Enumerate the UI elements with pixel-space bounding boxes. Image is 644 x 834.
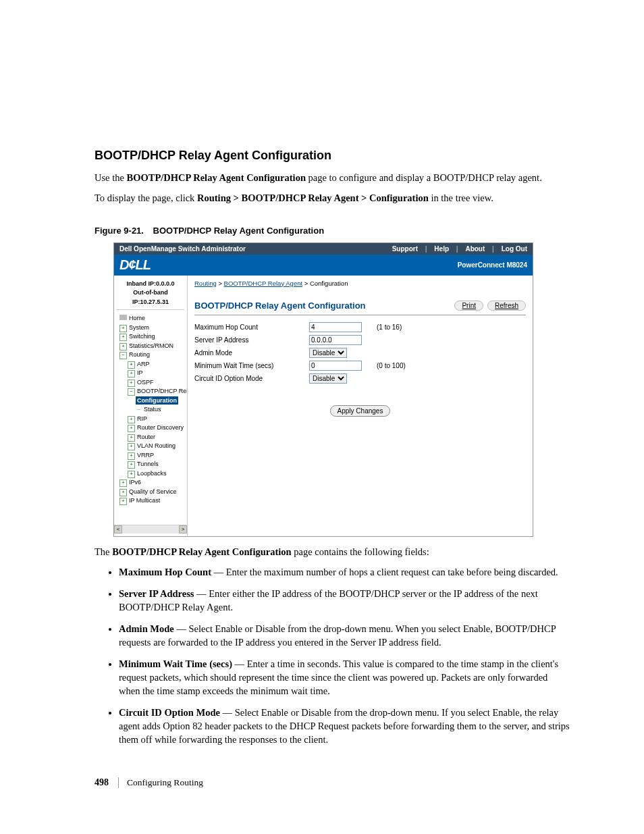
chapter-title: Configuring Routing <box>127 777 203 788</box>
plus-icon[interactable]: + <box>128 361 135 369</box>
field-label: Server IP Address <box>194 336 309 344</box>
tree-vlanrouting[interactable]: +VLAN Routing <box>118 442 187 451</box>
support-link[interactable]: Support <box>392 245 418 253</box>
text: To display the page, click <box>95 192 197 203</box>
logout-link[interactable]: Log Out <box>502 245 527 253</box>
dell-logo: D¢LL <box>119 257 151 273</box>
tree-router[interactable]: +Router <box>118 433 187 442</box>
horizontal-scrollbar[interactable]: < > <box>114 525 187 533</box>
section-heading: BOOTP/DHCP Relay Agent Configuration <box>95 149 570 163</box>
tree-stats[interactable]: +Statistics/RMON <box>118 342 187 351</box>
text-bold: BOOTP/DHCP Relay Agent Configuration <box>127 172 306 183</box>
tree-routing[interactable]: −Routing <box>118 350 187 360</box>
plus-icon[interactable]: + <box>128 380 135 387</box>
tree-rip[interactable]: +RIP <box>118 415 187 424</box>
field-term: Admin Mode <box>119 623 174 634</box>
plus-icon[interactable]: + <box>128 452 135 460</box>
field-term: Circuit ID Option Mode <box>119 707 220 718</box>
scroll-left-icon[interactable]: < <box>114 525 122 533</box>
text-bold: BOOTP/DHCP Relay Agent Configuration <box>112 546 291 557</box>
min-wait-input[interactable] <box>309 361 362 371</box>
figure-number: Figure 9-21. <box>95 226 144 236</box>
topbar-links: Support | Help | About | Log Out <box>387 245 527 253</box>
page-title: BOOTP/DHCP Relay Agent Configuration <box>194 301 450 311</box>
field-hint: (1 to 16) <box>377 323 402 331</box>
row-min-wait: Minimum Wait Time (secs) (0 to 100) <box>194 359 526 372</box>
tree-switching[interactable]: +Switching <box>118 332 187 342</box>
app-title: Dell OpenManage Switch Administrator <box>119 245 387 253</box>
scroll-right-icon[interactable]: > <box>179 525 187 533</box>
field-item: Server IP Address — Enter either the IP … <box>119 587 570 614</box>
field-label: Admin Mode <box>194 349 309 357</box>
field-desc: — Enter the maximum number of hops a cli… <box>211 567 558 577</box>
app-titlebar: Dell OpenManage Switch Administrator Sup… <box>114 243 533 255</box>
field-term: Server IP Address <box>119 588 194 599</box>
document-page: BOOTP/DHCP Relay Agent Configuration Use… <box>0 0 644 834</box>
row-circuit-id: Circuit ID Option Mode Disable <box>194 372 526 385</box>
tree-ip[interactable]: +IP <box>118 369 187 378</box>
crumb-routing[interactable]: Routing <box>194 280 217 287</box>
outband-ip: Out-of-band IP:10.27.5.31 <box>117 288 184 307</box>
help-link[interactable]: Help <box>434 245 449 253</box>
text: page contains the following fields: <box>294 546 429 557</box>
tree-arp[interactable]: +ARP <box>118 360 187 369</box>
tree-system[interactable]: +System <box>118 323 187 333</box>
tree-loopbacks[interactable]: +Loopbacks <box>118 469 187 479</box>
page-footer: 498 Configuring Routing <box>95 777 570 788</box>
max-hop-input[interactable] <box>309 322 362 332</box>
crumb-current: Configuration <box>310 280 348 287</box>
field-item: Maximum Hop Count — Enter the maximum nu… <box>119 565 570 579</box>
about-link[interactable]: About <box>465 245 485 253</box>
tree-ospf[interactable]: +OSPF <box>118 378 187 388</box>
field-item: Minimum Wait Time (secs) — Enter a time … <box>119 657 570 698</box>
plus-icon[interactable]: + <box>119 489 127 496</box>
row-server-ip: Server IP Address <box>194 334 526 346</box>
intro-paragraph-1: Use the BOOTP/DHCP Relay Agent Configura… <box>95 171 570 184</box>
field-label: Maximum Hop Count <box>194 323 309 331</box>
field-hint: (0 to 100) <box>377 362 406 369</box>
minus-icon[interactable]: − <box>119 352 127 359</box>
server-ip-input[interactable] <box>309 335 362 345</box>
tree-qos[interactable]: +Quality of Service <box>118 488 187 497</box>
plus-icon[interactable]: + <box>128 434 135 442</box>
tree-vrrp[interactable]: +VRRP <box>118 451 187 461</box>
plus-icon[interactable]: + <box>119 325 127 332</box>
screenshot: Dell OpenManage Switch Administrator Sup… <box>113 242 533 537</box>
tree-home[interactable]: Home <box>118 314 187 323</box>
field-desc: — Select Enable or Disable from the drop… <box>119 623 556 648</box>
tree-ipmulticast[interactable]: +IP Multicast <box>118 496 187 506</box>
plus-icon[interactable]: + <box>128 443 135 450</box>
plus-icon[interactable]: + <box>119 498 127 505</box>
inband-ip: Inband IP:0.0.0.0 <box>117 280 184 289</box>
separator: | <box>456 245 458 253</box>
tree-routerdisc[interactable]: +Router Discovery <box>118 423 187 433</box>
ip-info: Inband IP:0.0.0.0 Out-of-band IP:10.27.5… <box>117 280 184 311</box>
plus-icon[interactable]: + <box>119 343 127 350</box>
plus-icon[interactable]: + <box>128 416 135 423</box>
admin-mode-select[interactable]: Disable <box>309 348 347 358</box>
plus-icon[interactable]: + <box>119 334 127 341</box>
divider <box>194 315 526 315</box>
plus-icon[interactable]: + <box>128 425 135 432</box>
crumb-bootp[interactable]: BOOTP/DHCP Relay Agent <box>224 280 303 287</box>
refresh-button[interactable]: Refresh <box>487 301 526 311</box>
plus-icon[interactable]: + <box>128 461 135 469</box>
row-admin-mode: Admin Mode Disable <box>194 346 526 359</box>
tree-status[interactable]: –Status <box>118 405 187 415</box>
tree-bootp[interactable]: −BOOTP/DHCP Relay Ag <box>118 387 187 396</box>
field-item: Circuit ID Option Mode — Select Enable o… <box>119 706 570 746</box>
tree-tunnels[interactable]: +Tunnels <box>118 460 187 469</box>
plus-icon[interactable]: + <box>128 471 135 478</box>
separator: | <box>425 245 427 253</box>
page-number: 498 <box>95 777 109 788</box>
circuit-id-select[interactable]: Disable <box>309 373 347 384</box>
plus-icon[interactable]: + <box>128 370 135 377</box>
text: in the tree view. <box>431 192 493 203</box>
plus-icon[interactable]: + <box>119 479 127 487</box>
field-label: Circuit ID Option Mode <box>194 375 309 382</box>
tree-ipv6[interactable]: +IPv6 <box>118 478 187 488</box>
apply-changes-button[interactable]: Apply Changes <box>330 405 391 417</box>
minus-icon[interactable]: − <box>128 388 135 396</box>
tree-configuration[interactable]: Configuration <box>118 396 187 406</box>
print-button[interactable]: Print <box>454 301 483 311</box>
